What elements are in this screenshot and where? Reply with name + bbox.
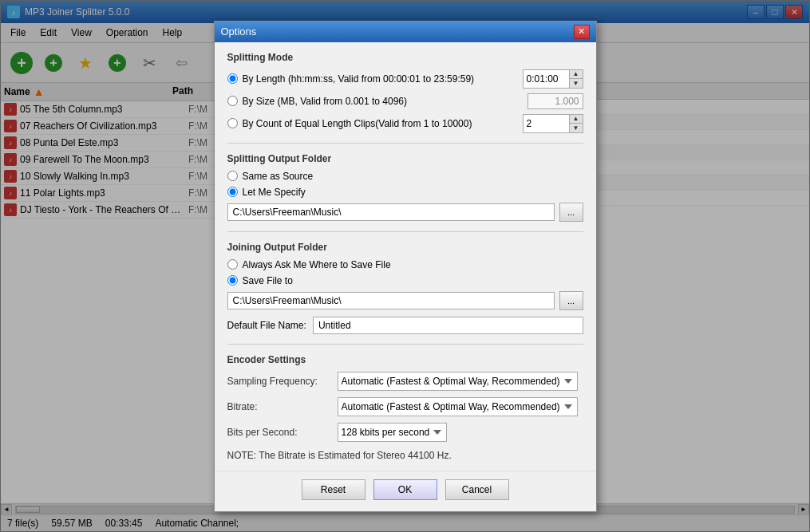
divider-3 [227,344,583,345]
save-file-to-label[interactable]: Save File to [243,275,583,286]
splitting-mode-label: Splitting Mode [227,52,583,63]
dialog-overlay: Options ✕ Splitting Mode By Length (hh:m… [0,0,810,532]
by-size-radio[interactable] [227,96,238,106]
sampling-freq-select[interactable]: Automatic (Fastest & Optimal Way, Recomm… [338,372,578,391]
divider-2 [227,231,583,232]
same-as-source-radio[interactable] [227,171,238,181]
divider-1 [227,143,583,144]
splitting-folder-row: ... [227,203,583,222]
let-me-specify-radio[interactable] [227,187,238,197]
let-me-specify-label[interactable]: Let Me Specify [243,187,583,198]
by-length-radio[interactable] [227,73,238,84]
default-file-name-label: Default File Name: [227,320,306,331]
by-count-arrows: ▲ ▼ [569,114,583,133]
joining-browse-button[interactable]: ... [559,291,583,310]
by-count-spinbox: ▲ ▼ [523,114,583,133]
by-length-up-arrow[interactable]: ▲ [570,70,583,79]
always-ask-radio[interactable] [227,259,238,270]
same-as-source-label[interactable]: Same as Source [243,171,583,182]
by-length-label[interactable]: By Length (hh:mm:ss, Valid from 00:00:01… [243,73,518,85]
default-file-name-row: Default File Name: [227,317,583,334]
by-count-label[interactable]: By Count of Equal Length Clips(Valid fro… [243,118,518,129]
bitrate-select[interactable]: Automatic (Fastest & Optimal Way, Recomm… [338,397,578,416]
bitrate-dropdown-wrapper: Automatic (Fastest & Optimal Way, Recomm… [338,397,583,416]
save-file-to-radio[interactable] [227,275,238,286]
ok-button[interactable]: OK [373,479,437,500]
by-length-spinbox: ▲ ▼ [523,69,583,89]
cancel-button[interactable]: Cancel [445,479,509,500]
bits-per-second-select[interactable]: 128 kbits per second [338,423,447,442]
reset-button[interactable]: Reset [302,479,365,500]
same-as-source-row: Same as Source [227,171,583,182]
by-size-label[interactable]: By Size (MB, Valid from 0.001 to 4096) [243,96,523,107]
bits-per-second-label: Bits per Second: [227,427,331,438]
by-count-radio[interactable] [227,118,238,128]
splitting-folder-input[interactable] [227,203,555,221]
splitting-browse-button[interactable]: ... [559,203,583,222]
let-me-specify-row: Let Me Specify [227,187,583,198]
dialog-title: Options [221,26,257,37]
by-count-down-arrow[interactable]: ▼ [570,124,583,132]
dialog-content: Splitting Mode By Length (hh:mm:ss, Vali… [215,42,596,471]
sampling-freq-dropdown-wrapper: Automatic (Fastest & Optimal Way, Recomm… [338,372,583,391]
options-dialog: Options ✕ Splitting Mode By Length (hh:m… [214,21,597,512]
by-size-row: By Size (MB, Valid from 0.001 to 4096) [227,93,583,109]
by-count-up-arrow[interactable]: ▲ [570,115,583,124]
by-count-row: By Count of Equal Length Clips(Valid fro… [227,114,583,133]
by-count-input[interactable] [523,114,569,133]
by-length-input[interactable] [523,69,569,89]
sampling-freq-label: Sampling Frequency: [227,376,331,387]
joining-folder-input[interactable] [227,292,555,309]
encoder-settings-label: Encoder Settings [227,354,583,365]
bits-per-second-row: Bits per Second: 128 kbits per second [227,423,583,442]
by-length-down-arrow[interactable]: ▼ [570,79,583,88]
bitrate-row: Bitrate: Automatic (Fastest & Optimal Wa… [227,397,583,416]
save-file-to-row: Save File to [227,275,583,286]
bitrate-label: Bitrate: [227,401,331,412]
by-length-arrows: ▲ ▼ [569,69,583,89]
always-ask-label[interactable]: Always Ask Me Where to Save File [243,259,583,270]
dialog-close-button[interactable]: ✕ [574,25,590,39]
joining-output-label: Joining Output Folder [227,242,583,253]
encoder-note: NOTE: The Bitrate is Estimated for Stere… [227,450,583,461]
dialog-title-bar: Options ✕ [215,22,596,42]
bits-per-second-dropdown-wrapper: 128 kbits per second [338,423,583,442]
sampling-freq-row: Sampling Frequency: Automatic (Fastest &… [227,372,583,391]
dialog-footer: Reset OK Cancel [215,471,596,511]
by-size-input[interactable] [527,93,583,109]
by-length-row: By Length (hh:mm:ss, Valid from 00:00:01… [227,69,583,89]
joining-folder-row: ... [227,291,583,310]
splitting-output-label: Splitting Output Folder [227,153,583,164]
default-file-name-input[interactable] [313,317,583,334]
always-ask-row: Always Ask Me Where to Save File [227,259,583,270]
